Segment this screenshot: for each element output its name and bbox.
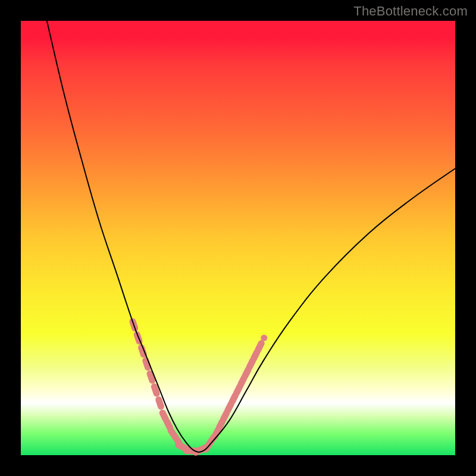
marker-bead [150, 374, 152, 380]
marker-bead [223, 413, 226, 419]
marker-bead [146, 361, 148, 367]
marker-bead [232, 396, 235, 402]
marker-bead [154, 387, 156, 393]
marker-bead [254, 352, 257, 359]
chart-container: TheBottleneck.com [0, 0, 476, 476]
marker-group [133, 321, 264, 452]
marker-bead [219, 422, 222, 428]
plot-area [21, 21, 455, 455]
marker-bead [159, 400, 161, 406]
marker-bead [162, 413, 165, 419]
marker-bead [245, 369, 248, 376]
marker-bead [228, 404, 231, 411]
marker-bead [236, 387, 239, 393]
watermark-text: TheBottleneck.com [353, 4, 468, 19]
marker-bead [241, 378, 244, 385]
marker-bead [167, 422, 170, 428]
marker-bead [249, 361, 252, 367]
bottleneck-curve [47, 21, 455, 452]
chart-svg [21, 21, 455, 455]
marker-bead [258, 343, 261, 350]
